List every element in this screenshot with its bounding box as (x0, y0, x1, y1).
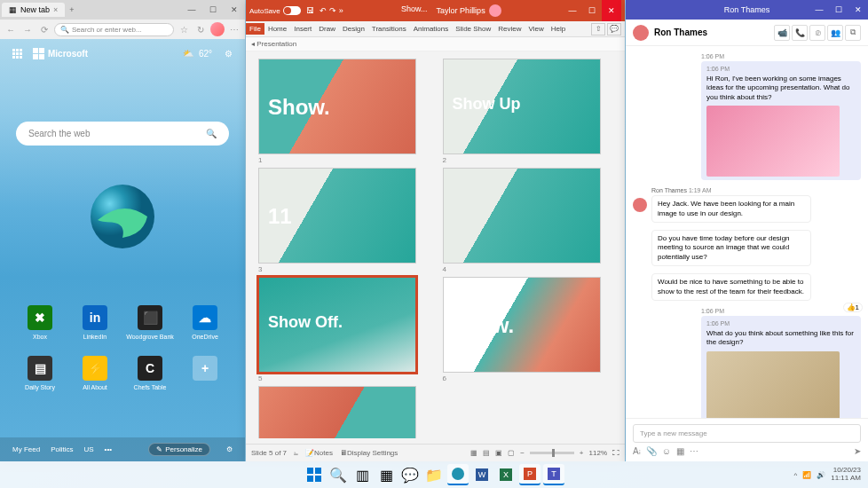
message-image[interactable] (706, 351, 840, 422)
maximize-button[interactable]: ☐ (829, 0, 848, 20)
more-icon[interactable]: ⋯ (690, 446, 698, 456)
normal-view-icon[interactable]: ▦ (470, 449, 477, 457)
ribbon-tab[interactable]: Draw (315, 23, 339, 35)
slideshow-view-icon[interactable]: ▢ (508, 449, 515, 457)
minimize-button[interactable]: — (181, 0, 202, 20)
settings-icon[interactable]: ⚙ (226, 445, 233, 453)
close-button[interactable]: ✕ (224, 0, 245, 20)
ribbon-tab[interactable]: Transitions (368, 23, 410, 35)
user-badge[interactable]: Taylor Phillips (437, 4, 501, 17)
slide-thumbnail[interactable]: Show.1 (258, 59, 429, 164)
popout-button[interactable]: ⧉ (845, 25, 861, 41)
search-button[interactable]: 🔍 (327, 464, 349, 485)
widgets-button[interactable]: ▦ (375, 464, 397, 485)
quick-link-tile[interactable]: + (185, 356, 225, 390)
chat-message[interactable]: Ron Thames 1:19 AMHey Jack. We have been… (633, 187, 861, 223)
powerpoint-taskbar-icon[interactable]: P (519, 464, 541, 485)
contact-name[interactable]: Ron Thames (654, 28, 707, 37)
ribbon-tab[interactable]: Design (339, 23, 368, 35)
quick-link-tile[interactable]: ☁OneDrive (185, 305, 225, 340)
reaction-badge[interactable]: 👍1 (843, 303, 863, 312)
new-tab-button[interactable]: + (65, 4, 78, 16)
chat-message[interactable]: 1:06 PM1:06 PMWhat do you think about so… (633, 308, 861, 426)
quick-link-tile[interactable]: ▤Daily Story (20, 356, 59, 390)
ribbon-tab[interactable]: Insert (290, 23, 315, 35)
sync-button[interactable]: ↻ (193, 22, 208, 36)
reading-view-icon[interactable]: ▣ (495, 449, 502, 457)
slide-thumbnail[interactable]: 4 (443, 168, 613, 273)
explorer-button[interactable]: 📁 (423, 464, 445, 485)
app-launcher-icon[interactable] (12, 49, 22, 59)
volume-icon[interactable]: 🔊 (817, 471, 825, 479)
quick-link-tile[interactable]: inLinkedIn (75, 305, 114, 340)
video-call-button[interactable]: 📹 (774, 25, 790, 41)
zoom-out-button[interactable]: − (520, 449, 525, 457)
slide-thumbnail[interactable]: Show.6 (443, 277, 613, 382)
ribbon-tab[interactable]: Review (494, 23, 525, 35)
display-settings-button[interactable]: 🖥Display Settings (340, 449, 398, 457)
file-tab[interactable]: File (246, 23, 264, 35)
wifi-icon[interactable]: 📶 (802, 471, 811, 479)
excel-taskbar-icon[interactable]: X (495, 464, 517, 485)
zoom-in-button[interactable]: + (580, 449, 584, 457)
sorter-view-icon[interactable]: ▤ (483, 449, 490, 457)
zoom-slider[interactable] (530, 452, 574, 454)
edge-taskbar-icon[interactable] (447, 464, 469, 485)
feed-nav-item[interactable]: US (83, 445, 93, 453)
address-bar[interactable]: 🔍 Search or enter web... (54, 23, 174, 36)
feed-nav-item[interactable]: My Feed (12, 445, 40, 453)
gif-icon[interactable]: ▦ (676, 446, 684, 456)
menu-button[interactable]: ⋯ (227, 22, 241, 36)
message-image[interactable] (706, 106, 840, 177)
add-people-button[interactable]: 👥 (827, 25, 843, 41)
slide-thumbnail[interactable]: Show Off.5 (258, 277, 429, 382)
screen-share-button[interactable]: ⎚ (809, 25, 825, 41)
feed-nav-item[interactable]: ••• (105, 445, 112, 453)
slide-thumbnail[interactable] (258, 386, 429, 438)
chevron-up-icon[interactable]: ^ (793, 471, 797, 479)
quick-link-tile[interactable]: CChefs Table (130, 356, 170, 390)
zoom-level[interactable]: 112% (589, 449, 607, 457)
format-icon[interactable]: Aᵢ (633, 446, 641, 456)
minimize-button[interactable]: — (563, 0, 582, 21)
system-tray[interactable]: ^ 📶 🔊 10/20/23 11:11 AM (793, 467, 861, 483)
notes-button[interactable]: 📝Notes (305, 449, 333, 457)
profile-avatar[interactable] (210, 22, 225, 36)
slide-thumbnail[interactable]: 113 (258, 168, 429, 273)
quick-link-tile[interactable]: ⚡All About (75, 356, 114, 390)
maximize-button[interactable]: ☐ (582, 0, 602, 21)
attach-icon[interactable]: 📎 (646, 446, 657, 456)
emoji-icon[interactable]: ☺ (662, 446, 671, 456)
message-input[interactable]: Type a new message (633, 424, 861, 443)
autosave-toggle[interactable]: AutoSave (249, 6, 301, 15)
quick-link-tile[interactable]: ⬛Woodgrove Bank (130, 305, 170, 340)
feed-nav-item[interactable]: Politics (51, 445, 73, 453)
task-view-button[interactable]: ▥ (351, 464, 373, 485)
search-box[interactable]: Search the web 🔍 (16, 122, 229, 146)
ribbon-tab[interactable]: View (525, 23, 548, 35)
slide-thumbnail[interactable]: Show Up2 (443, 59, 613, 164)
breadcrumb[interactable]: ◂ Presentation (246, 37, 625, 51)
toggle-switch[interactable] (283, 6, 301, 15)
chat-message[interactable]: Would be nice to have something to be ab… (633, 273, 861, 301)
weather-widget[interactable]: ⛅ 62° ⚙ (183, 49, 233, 59)
chat-message[interactable]: 1:06 PM1:06 PMHi Ron, I've been working … (633, 53, 861, 180)
save-icon[interactable]: 🖫 (306, 6, 314, 15)
clock[interactable]: 10/20/23 11:11 AM (831, 467, 861, 483)
redo-icon[interactable]: ↷ (329, 6, 336, 15)
browser-tab[interactable]: ▦ New tab × (2, 3, 65, 17)
audio-call-button[interactable]: 📞 (792, 25, 808, 41)
teams-taskbar-icon[interactable]: T (543, 464, 564, 485)
forward-button[interactable]: → (20, 22, 35, 36)
undo-icon[interactable]: ↶ (320, 6, 327, 15)
ribbon-tab[interactable]: Help (548, 23, 569, 35)
favorites-button[interactable]: ☆ (177, 22, 191, 36)
close-button[interactable]: ✕ (848, 0, 868, 20)
lang-icon[interactable]: ⎁ (294, 449, 298, 457)
refresh-button[interactable]: ⟳ (37, 22, 51, 36)
personalize-button[interactable]: ✎ Personalize (148, 443, 210, 456)
word-taskbar-icon[interactable]: W (471, 464, 493, 485)
ribbon-tab[interactable]: Animations (410, 23, 453, 35)
ribbon-tab[interactable]: Slide Show (452, 23, 494, 35)
share-button[interactable]: ⇧ (591, 23, 605, 35)
